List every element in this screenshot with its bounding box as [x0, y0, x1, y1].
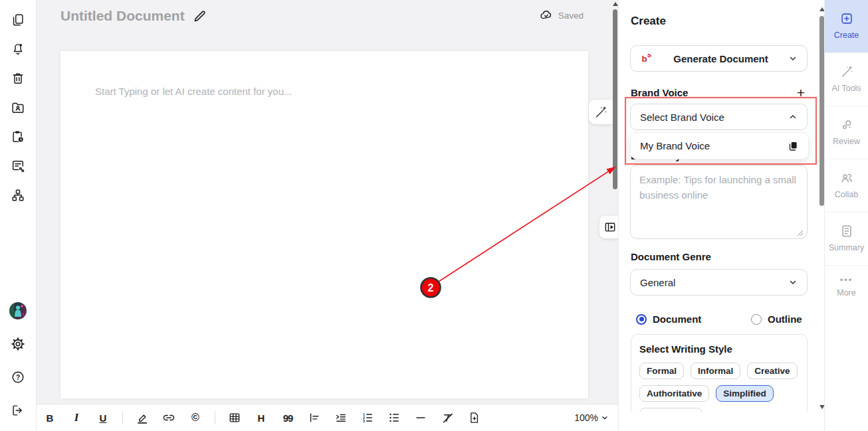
link-button[interactable]	[156, 404, 182, 431]
style-chip-formal[interactable]: Formal	[639, 363, 684, 379]
generate-document-button[interactable]: b Generate Document	[630, 45, 808, 72]
clear-formatting-button[interactable]	[434, 404, 461, 431]
settings-gear-icon	[11, 337, 25, 351]
bold-button[interactable]: B	[37, 404, 63, 431]
chevron-down-icon	[601, 414, 609, 422]
editor-scrollbar[interactable]	[613, 0, 618, 404]
folder-button[interactable]	[10, 100, 26, 115]
copy-icon	[787, 140, 799, 152]
tab-ai-tools[interactable]: AI Tools	[825, 53, 868, 106]
highlight-icon	[136, 411, 150, 425]
zoom-control[interactable]: 100%	[574, 412, 609, 423]
italic-button[interactable]: I	[63, 404, 90, 431]
horizontal-rule-button[interactable]	[407, 404, 434, 431]
documents-button[interactable]	[10, 13, 26, 27]
cloud-saved-icon	[540, 9, 553, 22]
document-genre-select[interactable]: General	[630, 269, 808, 296]
notifications-button[interactable]	[10, 42, 26, 56]
left-sidebar: ?	[0, 0, 37, 431]
style-chip-authoritative[interactable]: Authoritative	[639, 385, 709, 402]
tab-review-label: Review	[833, 137, 860, 146]
avatar[interactable]	[9, 302, 27, 319]
saved-label: Saved	[558, 11, 584, 21]
notification-bell-icon	[11, 42, 25, 56]
folder-contact-icon	[11, 100, 25, 115]
rename-button[interactable]	[193, 9, 207, 23]
notes-button[interactable]	[10, 159, 26, 173]
scroll-up-arrow[interactable]	[613, 2, 618, 6]
style-chip-simplified[interactable]: Simplified	[716, 385, 774, 402]
logout-icon	[11, 403, 25, 418]
style-chip-informative[interactable]: Informative	[639, 408, 703, 412]
logout-button[interactable]	[10, 403, 26, 418]
tab-review[interactable]: Review	[825, 106, 868, 159]
svg-text:3: 3	[363, 419, 365, 423]
mode-radio-outline[interactable]: Outline	[751, 313, 802, 325]
toolbar-divider	[215, 411, 215, 424]
style-chip-creative[interactable]: Creative	[747, 363, 797, 379]
formatting-toolbar: B I U © H 99 123	[37, 404, 618, 431]
brand-voice-select[interactable]: Select Brand Voice	[630, 104, 808, 130]
highlight-button[interactable]	[129, 404, 156, 431]
document-genre-label: Document Genre	[631, 251, 711, 262]
tab-collab[interactable]: Collab	[825, 159, 868, 213]
panel-title: Create	[631, 15, 666, 28]
table-button[interactable]	[221, 404, 248, 431]
sitemap-icon	[11, 188, 25, 203]
ordered-list-button[interactable]: 123	[354, 404, 381, 431]
document-title[interactable]: Untitled Document	[60, 8, 185, 24]
panel-scrollbar-thumb[interactable]	[819, 16, 824, 206]
help-button[interactable]: ?	[10, 370, 26, 385]
new-page-icon	[467, 411, 481, 424]
blockquote-icon: 99	[283, 412, 293, 424]
underline-icon: U	[100, 412, 107, 424]
document-page[interactable]: Start Typing or let AI create content fo…	[60, 51, 588, 398]
radio-unselected-icon[interactable]	[751, 314, 762, 325]
indent-icon	[334, 411, 348, 424]
magic-wand-icon	[839, 64, 854, 79]
settings-button[interactable]	[10, 337, 26, 351]
bullet-list-button[interactable]	[381, 404, 407, 431]
describe-content-input[interactable]	[630, 165, 808, 239]
blockquote-button[interactable]: 99	[274, 404, 301, 431]
ai-wand-button[interactable]	[589, 100, 613, 124]
new-page-button[interactable]	[461, 404, 487, 431]
history-button[interactable]	[10, 129, 26, 144]
toolbar-divider	[122, 411, 123, 424]
tab-create[interactable]: Create	[825, 0, 868, 53]
trash-button[interactable]	[10, 71, 26, 86]
sitemap-button[interactable]	[10, 188, 26, 203]
brand-voice-option-label: My Brand Voice	[640, 140, 710, 151]
clear-formatting-icon	[441, 411, 455, 425]
zoom-level: 100%	[574, 412, 598, 423]
add-brand-voice-button[interactable]: +	[797, 86, 805, 100]
brand-voice-label: Brand Voice	[631, 87, 688, 98]
mode-outline-label: Outline	[768, 313, 802, 325]
align-left-button[interactable]	[301, 404, 328, 431]
editor-placeholder: Start Typing or let AI create content fo…	[95, 86, 292, 97]
brand-voice-select-value: Select Brand Voice	[640, 112, 724, 123]
tab-summary[interactable]: Summary	[825, 213, 868, 266]
mode-document-label: Document	[653, 313, 701, 325]
tab-more[interactable]: ••• More	[825, 266, 868, 319]
tab-summary-label: Summary	[829, 243, 864, 252]
magic-wand-icon	[594, 105, 608, 120]
italic-icon: I	[74, 411, 79, 424]
summary-doc-icon	[839, 224, 854, 238]
heading-button[interactable]: H	[248, 404, 274, 431]
editor-scrollbar-thumb[interactable]	[613, 9, 617, 189]
tab-more-label: More	[837, 288, 855, 298]
copyright-button[interactable]: ©	[182, 404, 209, 431]
brand-voice-option[interactable]: My Brand Voice	[630, 132, 809, 159]
chevron-up-icon	[788, 112, 798, 122]
svg-text:b: b	[642, 54, 647, 64]
notes-flow-icon	[11, 159, 25, 173]
style-chip-informal[interactable]: Informal	[691, 363, 740, 379]
underline-button[interactable]: U	[90, 404, 116, 431]
people-icon	[839, 171, 854, 185]
clipboard-clock-icon	[11, 129, 25, 144]
radio-selected-icon[interactable]	[636, 314, 647, 325]
mode-radio-document[interactable]: Document	[636, 313, 701, 325]
copyright-icon: ©	[191, 412, 199, 424]
indent-button[interactable]	[328, 404, 354, 431]
